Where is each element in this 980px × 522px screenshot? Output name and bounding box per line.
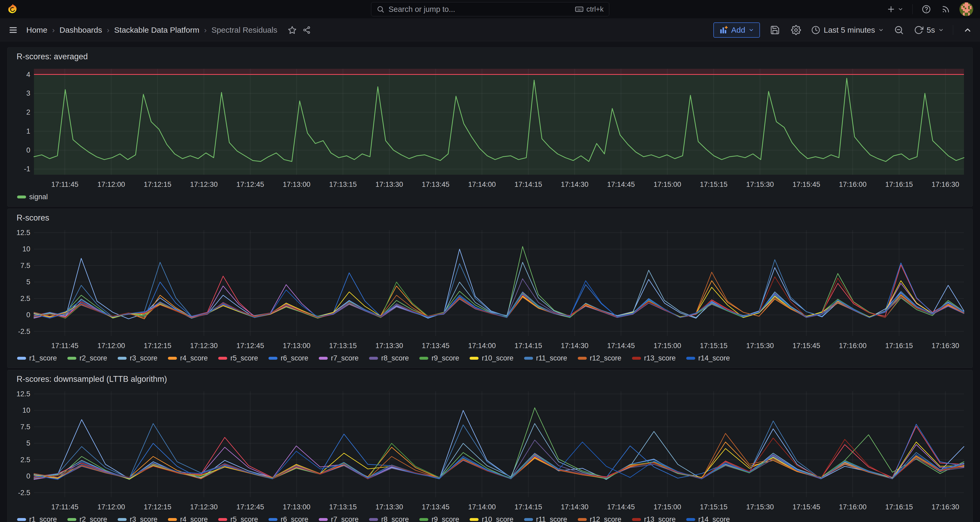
zoom-out-time-button[interactable] [893, 24, 905, 36]
search-input[interactable]: Search or jump to... ctrl+k [371, 2, 609, 16]
legend-item-r9_score[interactable]: r9_score [419, 516, 459, 522]
refresh-picker[interactable]: 5s [914, 25, 944, 35]
breadcrumb-folder[interactable]: Stackable Data Platform [114, 26, 199, 35]
legend-item-r4_score[interactable]: r4_score [168, 516, 208, 522]
x-tick-label: 17:16:00 [839, 180, 867, 188]
time-range-label: Last 5 minutes [824, 26, 875, 35]
grafana-logo[interactable] [7, 3, 18, 15]
x-tick-label: 17:14:00 [468, 503, 496, 511]
legend-item-r2_score[interactable]: r2_score [67, 516, 107, 522]
legend-item-r12_score[interactable]: r12_score [578, 354, 622, 362]
x-tick-label: 17:13:45 [422, 503, 449, 511]
breadcrumb-home[interactable]: Home [26, 26, 48, 35]
legend-item-r8_score[interactable]: r8_score [369, 516, 409, 522]
legend-label: r12_score [590, 516, 622, 522]
legend-color-pill [469, 357, 479, 360]
y-tick-label: -2.5 [18, 327, 30, 335]
x-tick-label: 17:12:15 [144, 342, 171, 350]
legend-item-signal[interactable]: signal [17, 193, 48, 201]
breadcrumb-dashboards[interactable]: Dashboards [59, 26, 102, 35]
legend-item-r1_score[interactable]: r1_score [17, 354, 57, 362]
share-icon[interactable] [302, 26, 311, 34]
series-line-r7_score [34, 283, 964, 318]
news-button[interactable] [940, 3, 951, 15]
timeseries-chart-rscores[interactable]: -2.502.557.51012.517:11:4517:12:0017:12:… [13, 225, 967, 352]
timeseries-chart-downsampled[interactable]: -2.502.557.51012.517:11:4517:12:0017:12:… [13, 386, 967, 514]
legend-color-pill [524, 357, 533, 360]
user-avatar[interactable] [959, 2, 973, 16]
legend-label: r3_score [130, 354, 158, 362]
legend-item-r8_score[interactable]: r8_score [369, 354, 409, 362]
x-tick-label: 17:15:00 [654, 180, 681, 188]
save-dashboard-button[interactable] [769, 24, 781, 36]
legend-item-r14_score[interactable]: r14_score [686, 516, 730, 522]
legend-color-pill [168, 357, 177, 360]
legend-item-r7_score[interactable]: r7_score [319, 516, 358, 522]
legend-item-r3_score[interactable]: r3_score [118, 516, 158, 522]
y-tick-label: 12.5 [16, 390, 30, 398]
legend-item-r7_score[interactable]: r7_score [319, 354, 358, 362]
zoom-out-icon [894, 25, 904, 35]
legend-item-r12_score[interactable]: r12_score [578, 516, 622, 522]
legend-item-r11_score[interactable]: r11_score [524, 516, 567, 522]
x-tick-label: 17:13:45 [422, 180, 449, 188]
legend-color-pill [578, 518, 587, 521]
favorite-star-icon[interactable] [288, 26, 297, 35]
legend-item-r4_score[interactable]: r4_score [168, 354, 208, 362]
legend-item-r10_score[interactable]: r10_score [469, 354, 513, 362]
x-tick-label: 17:12:45 [236, 503, 264, 511]
x-tick-label: 17:12:45 [236, 180, 264, 188]
legend-label: r7_score [331, 516, 358, 522]
y-tick-label: 10 [22, 245, 30, 253]
y-tick-label: 12.5 [16, 229, 30, 236]
x-tick-label: 17:15:45 [792, 503, 820, 511]
panel-title[interactable]: R-scores: averaged [13, 52, 967, 64]
legend-item-r13_score[interactable]: r13_score [632, 516, 676, 522]
y-tick-label: 3 [26, 89, 30, 97]
legend-item-r5_score[interactable]: r5_score [218, 516, 258, 522]
clock-icon [811, 25, 821, 35]
timeseries-chart-averaged[interactable]: -10123417:11:4517:12:0017:12:1517:12:301… [13, 64, 967, 191]
chevron-up-icon [963, 26, 972, 35]
x-tick-label: 17:14:00 [468, 342, 496, 350]
panel-title[interactable]: R-scores: downsampled (LTTB algorithm) [13, 374, 967, 386]
legend-color-pill [168, 518, 177, 521]
y-tick-label: 0 [26, 146, 30, 154]
legend-color-pill [218, 357, 227, 360]
x-tick-label: 17:13:00 [283, 342, 310, 350]
breadcrumb-separator: › [52, 26, 55, 35]
search-icon [376, 5, 384, 13]
legend-label: r5_score [230, 354, 258, 362]
x-tick-label: 17:12:00 [97, 503, 125, 511]
legend-item-r14_score[interactable]: r14_score [686, 354, 730, 362]
collapse-topbar-button[interactable] [962, 24, 973, 35]
panel-title[interactable]: R-scores [13, 213, 967, 225]
time-range-picker[interactable]: Last 5 minutes [811, 25, 884, 35]
x-tick-label: 17:13:30 [375, 503, 403, 511]
add-panel-icon [719, 26, 728, 35]
legend-item-r10_score[interactable]: r10_score [469, 516, 513, 522]
help-button[interactable] [921, 3, 932, 15]
legend-item-r13_score[interactable]: r13_score [632, 354, 676, 362]
legend-color-pill [632, 357, 641, 360]
legend-item-r6_score[interactable]: r6_score [269, 354, 308, 362]
mega-menu-button[interactable] [7, 24, 19, 37]
legend-color-pill [269, 518, 277, 521]
panel-rscores-averaged: R-scores: averaged -10123417:11:4517:12:… [7, 48, 973, 207]
add-panel-button[interactable]: Add [713, 22, 760, 38]
y-tick-label: 5 [26, 278, 30, 286]
x-tick-label: 17:13:15 [329, 503, 357, 511]
legend-item-r1_score[interactable]: r1_score [17, 516, 57, 522]
legend-item-r11_score[interactable]: r11_score [524, 354, 567, 362]
y-tick-label: 7.5 [20, 262, 30, 270]
chevron-down-icon [878, 27, 884, 33]
dashboard-settings-button[interactable] [790, 24, 802, 36]
legend-item-r9_score[interactable]: r9_score [419, 354, 459, 362]
y-tick-label: -2.5 [18, 489, 30, 497]
new-menu-button[interactable] [886, 4, 904, 15]
legend-item-r3_score[interactable]: r3_score [118, 354, 158, 362]
legend-item-r5_score[interactable]: r5_score [218, 354, 258, 362]
legend-item-r6_score[interactable]: r6_score [269, 516, 308, 522]
legend-item-r2_score[interactable]: r2_score [67, 354, 107, 362]
x-tick-label: 17:15:30 [746, 503, 774, 511]
